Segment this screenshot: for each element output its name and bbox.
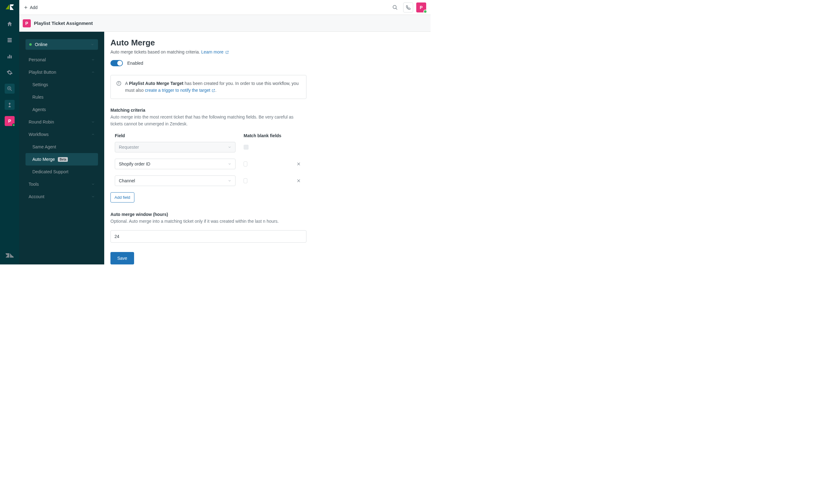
page-heading: Auto Merge <box>110 38 307 48</box>
field-select[interactable]: Channel <box>115 176 235 186</box>
chevron-down-icon <box>228 145 231 149</box>
svg-rect-4 <box>7 41 11 42</box>
sidebar-item-tools[interactable]: Tools <box>26 178 98 190</box>
app-sidebar: Online Personal Playlist Button Settings… <box>19 32 104 264</box>
external-link-icon <box>212 89 215 92</box>
views-icon[interactable] <box>5 35 14 45</box>
topbar-phone-button[interactable] <box>403 2 413 12</box>
sidebar-label: Personal <box>29 57 46 62</box>
chevron-down-icon <box>91 43 94 46</box>
chevron-down-icon <box>91 182 95 186</box>
enabled-toggle-row: Enabled <box>110 60 307 66</box>
sidebar-label: Dedicated Support <box>32 169 68 174</box>
save-button[interactable]: Save <box>110 252 134 264</box>
column-field: Field <box>115 133 244 138</box>
svg-rect-7 <box>10 56 11 59</box>
sidebar-label: Tools <box>29 182 39 187</box>
field-select[interactable]: Shopify order ID <box>115 159 235 169</box>
window-label: Auto merge window (hours) <box>110 212 307 217</box>
add-field-button[interactable]: Add field <box>110 192 134 202</box>
search-zoom-icon[interactable] <box>5 84 14 94</box>
search-icon <box>392 5 398 10</box>
svg-rect-5 <box>7 56 8 59</box>
close-icon <box>296 179 301 183</box>
criteria-label: Matching criteria <box>110 108 307 113</box>
status-dot-icon <box>29 43 32 46</box>
chevron-down-icon <box>228 179 231 183</box>
sidebar-sub-rules[interactable]: Rules <box>26 91 98 103</box>
sidebar-sub-auto-merge[interactable]: Auto Merge Beta <box>26 153 98 165</box>
remove-row-button[interactable] <box>295 161 302 167</box>
avatar-initial: P <box>420 5 422 10</box>
sidebar-label: Auto Merge <box>32 157 55 162</box>
sidebar-sub-agents[interactable]: Agents <box>26 103 98 116</box>
match-blank-checkbox <box>244 145 249 150</box>
create-trigger-link[interactable]: create a trigger to notify the target <box>145 88 215 93</box>
add-label: Add <box>30 5 38 10</box>
topbar-search-button[interactable] <box>390 2 400 12</box>
playlist-app-icon[interactable]: P <box>5 116 14 126</box>
info-text: A Playlist Auto Merge Target has been cr… <box>125 80 300 94</box>
sidebar-label: Same Agent <box>32 144 56 149</box>
page-subtitle: Auto merge tickets based on matching cri… <box>110 50 307 55</box>
field-select-value: Shopify order ID <box>119 161 150 166</box>
home-icon[interactable] <box>5 19 14 29</box>
svg-marker-0 <box>6 4 9 9</box>
reporting-icon[interactable] <box>5 51 14 61</box>
app-header-badge: P <box>23 19 31 27</box>
sidebar-label: Account <box>29 194 44 199</box>
window-input[interactable] <box>110 230 307 243</box>
topbar-avatar[interactable]: P <box>416 2 426 12</box>
person-up-icon[interactable] <box>5 100 14 110</box>
svg-rect-2 <box>7 38 11 39</box>
enabled-label: Enabled <box>127 61 143 66</box>
presence-dot-icon <box>12 124 15 127</box>
remove-row-button[interactable] <box>295 177 302 184</box>
svg-point-17 <box>393 5 396 9</box>
zendesk-logo-icon[interactable] <box>6 3 14 11</box>
body: Online Personal Playlist Button Settings… <box>19 32 430 264</box>
status-label: Online <box>35 42 47 47</box>
topbar: Add P <box>19 0 430 15</box>
close-icon <box>296 162 301 166</box>
status-selector[interactable]: Online <box>26 39 98 50</box>
svg-line-18 <box>396 8 397 10</box>
sidebar-label: Agents <box>32 107 46 112</box>
zendesk-footer-icon[interactable] <box>6 252 14 260</box>
sidebar-sub-same-agent[interactable]: Same Agent <box>26 140 98 153</box>
criteria-header-row: Field Match blank fields <box>110 133 307 138</box>
sidebar-item-account[interactable]: Account <box>26 190 98 203</box>
sidebar-item-playlist-button[interactable]: Playlist Button <box>26 66 98 78</box>
app-header-title: Playlist Ticket Assignment <box>34 21 93 26</box>
left-rail: P <box>0 0 19 264</box>
sidebar-item-workflows[interactable]: Workflows <box>26 128 98 140</box>
sidebar-label: Settings <box>32 82 48 87</box>
external-link-icon <box>225 51 229 54</box>
field-select-value: Channel <box>119 178 135 183</box>
match-blank-checkbox[interactable] <box>244 161 247 166</box>
info-box: A Playlist Auto Merge Target has been cr… <box>110 75 307 99</box>
chevron-down-icon <box>228 162 231 166</box>
svg-rect-6 <box>9 55 10 59</box>
chevron-down-icon <box>91 120 95 124</box>
criteria-row: Channel <box>110 176 307 186</box>
learn-more-link[interactable]: Learn more <box>201 50 229 55</box>
field-select-value: Requester <box>119 145 139 150</box>
topbar-right: P <box>390 2 426 12</box>
criteria-row: Requester <box>110 142 307 152</box>
sidebar-item-personal[interactable]: Personal <box>26 54 98 66</box>
match-blank-checkbox[interactable] <box>244 178 247 183</box>
chevron-down-icon <box>91 195 95 198</box>
sidebar-sub-dedicated-support[interactable]: Dedicated Support <box>26 165 98 178</box>
add-button[interactable]: Add <box>24 5 38 10</box>
sidebar-item-round-robin[interactable]: Round Robin <box>26 116 98 128</box>
sidebar-sub-settings[interactable]: Settings <box>26 78 98 91</box>
enabled-toggle[interactable] <box>110 60 123 66</box>
presence-dot-icon <box>423 10 427 13</box>
admin-icon[interactable] <box>5 67 14 77</box>
sidebar-label: Playlist Button <box>29 70 56 75</box>
chevron-up-icon <box>91 132 95 136</box>
sidebar-label: Workflows <box>29 132 49 137</box>
app-header: P Playlist Ticket Assignment <box>19 15 430 32</box>
svg-point-21 <box>119 82 119 83</box>
